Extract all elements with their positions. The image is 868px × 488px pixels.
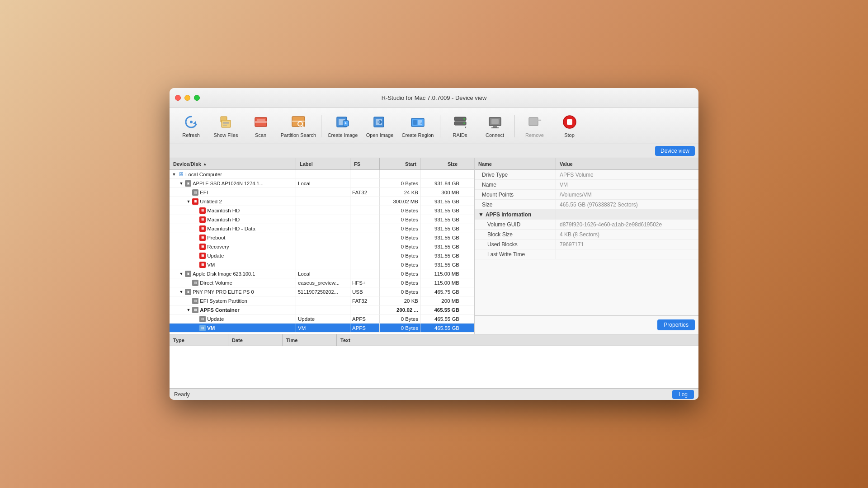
- svg-rect-33: [529, 117, 538, 126]
- red-icon: ⊞: [199, 216, 206, 223]
- status-bar: Ready Log: [170, 388, 698, 400]
- expand-apple-disk: ▼: [179, 271, 184, 277]
- svg-rect-30: [491, 119, 499, 124]
- expand-apfs: ▼: [186, 307, 191, 313]
- tree-row-direct-volume[interactable]: ▶ ▤ Direct Volume easeus_preview... HFS+…: [170, 278, 474, 287]
- red-icon: ⊞: [199, 225, 206, 232]
- device-view-button[interactable]: Device view: [655, 146, 695, 156]
- toolbar: Refresh Show Files: [170, 108, 698, 144]
- show-files-button[interactable]: Show Files: [209, 111, 243, 141]
- partition-icon: ▤: [192, 189, 198, 196]
- red-icon: ⊞: [199, 244, 206, 250]
- partition-icon: ▤: [192, 280, 198, 286]
- red-partition-icon: ⊞: [192, 198, 198, 205]
- tree-row-preboot[interactable]: ▶ ⊞ Preboot 0 Bytes 931.55 GB: [170, 233, 474, 242]
- svg-rect-9: [257, 119, 265, 121]
- disk-icon: ▣: [185, 180, 191, 187]
- refresh-button[interactable]: Refresh: [174, 111, 208, 141]
- prop-row-mount-points: Mount Points /Volumes/VM: [475, 190, 698, 200]
- red-icon: ⊞: [199, 207, 206, 214]
- expand-apple-ssd: ▼: [179, 181, 184, 186]
- svg-rect-32: [491, 127, 499, 128]
- prop-row-drive-type: Drive Type APFS Volume: [475, 170, 698, 180]
- tree-body: ▼ 🖥 Local Computer ▼ ▣ APPLE SSD AP1024N…: [170, 170, 474, 334]
- scan-icon: [252, 113, 269, 131]
- prop-section-apfs-name: ▼ APFS Information: [475, 210, 556, 219]
- open-image-icon: [371, 113, 388, 131]
- prop-value-last-write-time: [556, 249, 698, 259]
- properties-button[interactable]: Properties: [657, 319, 695, 330]
- scan-button[interactable]: Scan: [244, 111, 278, 141]
- tree-row-macintosh-hd-2[interactable]: ▶ ⊞ Macintosh HD 0 Bytes 931.55 GB: [170, 215, 474, 224]
- tree-header: Device/Disk ▲ Label FS Start Size: [170, 158, 474, 170]
- prop-row-name: Name VM: [475, 180, 698, 190]
- prop-col-name: Name: [475, 158, 556, 169]
- tree-row-pny[interactable]: ▼ ▣ PNY PNY PRO ELITE PS 0 5111907250202…: [170, 287, 474, 296]
- tree-row-apple-ssd[interactable]: ▼ ▣ APPLE SSD AP1024N 1274.1... Local 0 …: [170, 179, 474, 188]
- tree-row-update-apfs[interactable]: ▶ ▤ Update Update APFS 0 Bytes 465.55 GB: [170, 314, 474, 324]
- main-content: Device/Disk ▲ Label FS Start Size: [170, 158, 698, 334]
- maximize-button[interactable]: [194, 95, 200, 101]
- connect-button[interactable]: Connect: [478, 111, 512, 141]
- partition-icon: ▤: [192, 307, 198, 313]
- minimize-button[interactable]: [184, 95, 190, 101]
- open-image-button[interactable]: Open Image: [362, 111, 397, 141]
- remove-button[interactable]: Remove: [518, 111, 552, 141]
- window-title: R-Studio for Mac 7.0.7009 - Device view: [382, 94, 487, 101]
- partition-search-icon: [290, 113, 307, 131]
- partition-search-button[interactable]: Partition Search: [278, 111, 318, 141]
- prop-name-last-write-time: Last Write Time: [475, 249, 556, 259]
- tree-row-vm-ssd[interactable]: ▶ ⊞ VM 0 Bytes 931.55 GB: [170, 260, 474, 269]
- stop-button[interactable]: Stop: [552, 111, 586, 141]
- prop-col-value: Value: [556, 158, 698, 169]
- show-files-label: Show Files: [214, 132, 238, 138]
- red-icon: ⊞: [199, 262, 206, 268]
- prop-name-used-blocks: Used Blocks: [475, 239, 556, 249]
- svg-marker-0: [193, 121, 196, 124]
- folder-icon: 🖥: [178, 171, 184, 178]
- apfs-icon: ▤: [199, 316, 206, 322]
- prop-section-apfs: ▼ APFS Information: [475, 210, 698, 220]
- log-col-time: Time: [283, 334, 337, 346]
- tree-row-macintosh-hd-data[interactable]: ▶ ⊞ Macintosh HD - Data 0 Bytes 931.55 G…: [170, 224, 474, 233]
- tree-row-macintosh-hd-1[interactable]: ▶ ⊞ Macintosh HD 0 Bytes 931.55 GB: [170, 206, 474, 215]
- partition-icon: ▤: [192, 298, 198, 304]
- titlebar: R-Studio for Mac 7.0.7009 - Device view: [170, 88, 698, 108]
- create-image-button[interactable]: + Create Image: [324, 111, 361, 141]
- tree-row-local-computer[interactable]: ▼ 🖥 Local Computer: [170, 170, 474, 179]
- tree-row-efi-system[interactable]: ▶ ▤ EFI System Partition FAT32 20 KB 200…: [170, 296, 474, 305]
- tree-row-efi[interactable]: ▶ ▤ EFI FAT32 24 KB 300 MB: [170, 188, 474, 197]
- tree-row-recovery[interactable]: ▶ ⊞ Recovery 0 Bytes 931.55 GB: [170, 242, 474, 251]
- prop-value-used-blocks: 79697171: [556, 239, 698, 249]
- apfs-icon-sel: ▤: [199, 325, 206, 331]
- prop-name-size: Size: [475, 200, 556, 209]
- prop-name-name: Name: [475, 180, 556, 189]
- properties-panel: Name Value Drive Type APFS Volume Name V…: [475, 158, 698, 334]
- raids-button[interactable]: ▾ RAIDs: [443, 111, 477, 141]
- refresh-label: Refresh: [182, 132, 200, 138]
- create-image-label: Create Image: [328, 132, 358, 138]
- disk-icon: ▣: [185, 271, 191, 277]
- prop-section-apfs-value: [556, 210, 698, 219]
- prop-value-mount-points: /Volumes/VM: [556, 190, 698, 199]
- stop-icon: [561, 113, 578, 131]
- prop-value-name: VM: [556, 180, 698, 189]
- separator-1: [321, 115, 321, 137]
- svg-rect-36: [567, 119, 572, 125]
- tree-row-update-ssd[interactable]: ▶ ⊞ Update 0 Bytes 931.55 GB: [170, 251, 474, 260]
- log-col-type: Type: [170, 334, 228, 346]
- create-image-icon: +: [334, 113, 351, 131]
- tree-row-vm-selected[interactable]: ▶ ▤ VM VM APFS 0 Bytes 465.55 GB: [170, 324, 474, 333]
- prop-name-volume-guid: Volume GUID: [475, 220, 556, 229]
- tree-row-apfs-container[interactable]: ▼ ▤ APFS Container 200.02 ... 465.55 GB: [170, 305, 474, 314]
- stop-label: Stop: [564, 132, 575, 138]
- expand-untitled2: ▼: [186, 199, 191, 204]
- close-button[interactable]: [175, 95, 181, 101]
- log-button[interactable]: Log: [672, 390, 694, 399]
- tree-row-apple-disk-image[interactable]: ▼ ▣ Apple Disk Image 623.100.1 Local 0 B…: [170, 269, 474, 278]
- prop-value-size: 465.55 GB (976338872 Sectors): [556, 200, 698, 209]
- create-region-button[interactable]: + Create Region: [398, 111, 437, 141]
- connect-label: Connect: [486, 132, 504, 138]
- tree-row-untitled2[interactable]: ▼ ⊞ Untitled 2 300.02 MB 931.55 GB: [170, 197, 474, 206]
- bottom-panel: Type Date Time Text: [170, 334, 698, 388]
